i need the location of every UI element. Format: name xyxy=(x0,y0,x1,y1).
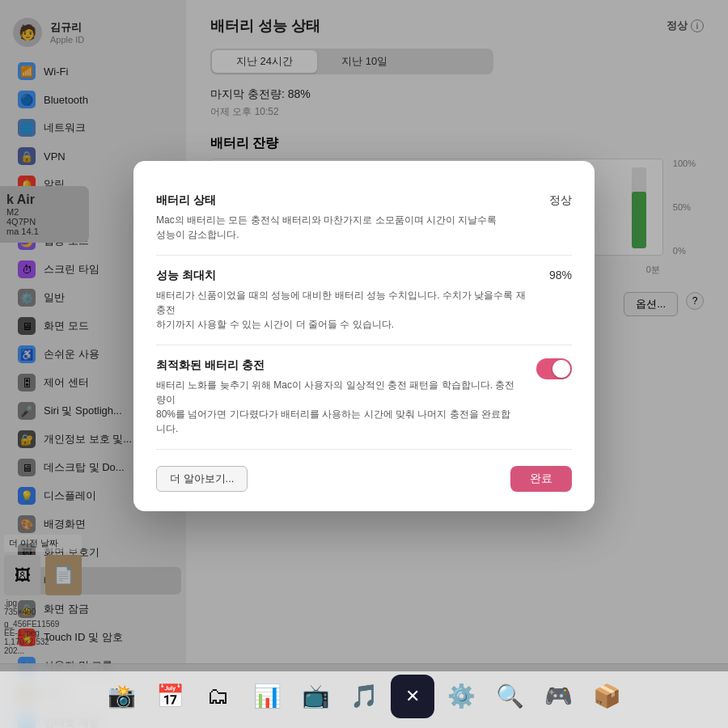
dock-icon-music[interactable]: 🎵 xyxy=(342,675,386,718)
battery-info-modal: 배터리 상태 Mac의 배터리는 모든 충전식 배터리와 마찬가지로 소모품이며… xyxy=(133,161,595,511)
dock-icon-charts[interactable]: 📊 xyxy=(245,675,289,718)
optimized-charging-title: 최적화된 배터리 충전 xyxy=(156,358,520,373)
dock-icon-spotlight[interactable]: 🔍 xyxy=(488,675,531,718)
dock-icon-appstore[interactable]: 📦 xyxy=(585,675,629,718)
toggle-thumb xyxy=(552,360,570,378)
max-capacity-desc: 배터리가 신품이었을 때의 성능에 대비한 배터리 성능 수치입니다. 수치가 … xyxy=(156,288,533,332)
dock-icon-appletv[interactable]: 📺 xyxy=(294,675,337,718)
dock: 📸 📅 🗂 📊 📺 🎵 ✕ ⚙️ 🔍 🎮 📦 xyxy=(0,663,728,728)
optimized-charging-desc: 배터리 노화를 늦추기 위해 Mac이 사용자의 일상적인 충전 패턴을 학습합… xyxy=(156,378,520,436)
max-capacity-section: 성능 최대치 배터리가 신품이었을 때의 성능에 대비한 배터리 성능 수치입니… xyxy=(156,256,572,345)
max-capacity-title: 성능 최대치 xyxy=(156,269,533,283)
dock-icon-xcode[interactable]: ✕ xyxy=(391,675,434,718)
dock-icon-photos[interactable]: 📸 xyxy=(99,675,143,718)
battery-status-section: 배터리 상태 Mac의 배터리는 모든 충전식 배터리와 마찬가지로 소모품이며… xyxy=(156,180,572,256)
modal-overlay: 배터리 상태 Mac의 배터리는 모든 충전식 배터리와 마찬가지로 소모품이며… xyxy=(0,0,728,671)
dock-icon-settings[interactable]: ⚙️ xyxy=(439,675,483,718)
battery-status-value: 정상 xyxy=(549,193,572,208)
battery-status-title: 배터리 상태 xyxy=(156,193,533,208)
optimized-charging-section: 최적화된 배터리 충전 배터리 노화를 늦추기 위해 Mac이 사용자의 일상적… xyxy=(156,345,572,450)
optimized-charging-toggle[interactable] xyxy=(536,358,572,379)
max-capacity-value: 98% xyxy=(549,269,572,281)
modal-footer: 더 알아보기... 완료 xyxy=(156,466,572,492)
learn-more-button[interactable]: 더 알아보기... xyxy=(156,466,248,492)
dock-icon-gamecenter[interactable]: 🎮 xyxy=(536,675,580,718)
done-button[interactable]: 완료 xyxy=(510,466,572,492)
battery-status-desc: Mac의 배터리는 모든 충전식 배터리와 마찬가지로 소모품이며 시간이 지날… xyxy=(156,213,533,242)
dock-icon-calendar[interactable]: 📅 xyxy=(148,675,192,718)
dock-icon-finder[interactable]: 🗂 xyxy=(197,675,240,718)
